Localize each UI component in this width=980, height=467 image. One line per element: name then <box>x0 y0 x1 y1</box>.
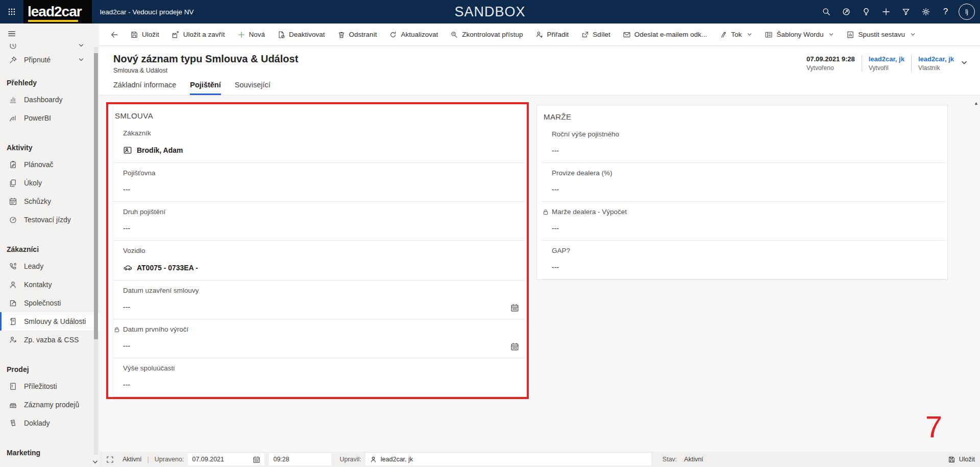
lightbulb-icon[interactable] <box>856 0 876 24</box>
field-marze-dealera-vypocet[interactable]: Marže dealera - Výpočet --- <box>542 202 946 241</box>
flow-button[interactable]: Tok <box>713 24 758 46</box>
run-report-button[interactable]: Spustit sestavu <box>840 24 922 46</box>
meta-owner: lead2car, jk Vlastník <box>918 55 954 72</box>
new-button[interactable]: Nová <box>231 24 272 46</box>
refresh-button[interactable]: Aktualizovat <box>383 24 444 46</box>
chevron-down-icon <box>78 44 84 49</box>
content-scroll-up-icon[interactable]: ▲ <box>974 101 978 106</box>
hamburger-icon[interactable] <box>0 24 100 44</box>
sidebar-scrollbar-thumb[interactable] <box>94 53 98 339</box>
receipt-icon <box>9 419 17 428</box>
field-datum-prvniho-vyroci[interactable]: Datum prvního výročí --- <box>113 319 525 358</box>
meetings-calendar-icon <box>9 197 17 206</box>
sidebar-item-label: Schůzky <box>24 197 51 205</box>
header-chevron-down-icon[interactable] <box>961 59 968 66</box>
delete-button[interactable]: Odstranit <box>331 24 383 46</box>
sidebar-item-powerbi[interactable]: PowerBI <box>0 109 100 127</box>
gear-icon[interactable] <box>916 0 936 24</box>
field-pojistovna[interactable]: Pojišťovna --- <box>113 163 525 202</box>
statusbar-save-button[interactable]: Uložit <box>948 456 975 463</box>
expand-icon[interactable] <box>106 455 114 464</box>
save-and-close-button[interactable]: Uložit a zavřít <box>165 24 231 46</box>
phone-icon <box>9 262 17 271</box>
sidebar-item-pinned[interactable]: Připnuté <box>0 51 100 69</box>
created-by-link[interactable]: lead2car, jk <box>869 55 904 63</box>
deactivate-button[interactable]: Deaktivovat <box>271 24 331 46</box>
command-bar: Uložit Uložit a zavřít Nová Deaktivovat … <box>100 24 980 46</box>
back-arrow-icon[interactable] <box>105 24 124 46</box>
field-provize-dealera[interactable]: Provize dealera (%) --- <box>542 163 946 202</box>
modified-time-input[interactable]: 09:28 <box>269 453 331 465</box>
field-value[interactable]: --- <box>552 147 559 155</box>
tab-zakladni-informace[interactable]: Základní informace <box>113 81 176 95</box>
search-icon[interactable] <box>816 0 836 24</box>
sidebar-item-planovac[interactable]: Plánovač <box>0 155 100 174</box>
email-link-button[interactable]: Odeslat e-mailem odk... <box>617 24 714 46</box>
modified-by-input[interactable]: lead2car, jk <box>365 453 651 465</box>
field-datum-uzavreni[interactable]: Datum uzavření smlouvy --- <box>113 281 525 319</box>
avatar[interactable]: lj <box>959 4 975 20</box>
sidebar-item-dashboardy[interactable]: Dashboardy <box>0 90 100 109</box>
modified-date-input[interactable]: 07.09.2021 <box>188 453 264 465</box>
sidebar-item-label: Úkoly <box>24 179 42 187</box>
sidebar-item-doklady[interactable]: Doklady <box>0 414 100 432</box>
car-icon <box>123 263 132 272</box>
person-feedback-icon <box>9 336 17 344</box>
field-value[interactable]: --- <box>123 342 130 350</box>
waffle-icon[interactable] <box>0 0 23 24</box>
app-logo[interactable]: lead2car <box>23 0 92 24</box>
field-value[interactable]: --- <box>123 224 130 232</box>
tab-souvisejici[interactable]: Související <box>235 81 271 95</box>
field-value[interactable]: --- <box>552 185 559 194</box>
field-vyse-spoluucasti[interactable]: Výše spoluúčasti --- <box>113 358 525 397</box>
calendar-icon[interactable] <box>510 342 519 351</box>
sidebar-item-zp-vazba-css[interactable]: Zp. vazba & CSS <box>0 331 100 349</box>
owner-link[interactable]: lead2car, jk <box>918 55 954 63</box>
sidebar-item-spolecnosti[interactable]: Společnosti <box>0 294 100 312</box>
field-value[interactable]: Brodík, Adam <box>137 146 183 154</box>
form-content: SMLOUVA Zákazník Brodík, Adam Pojišťovna… <box>100 95 980 452</box>
field-value[interactable]: --- <box>552 263 559 271</box>
sidebar-item-zaznamy-prodeju[interactable]: Záznamy prodejů <box>0 395 100 414</box>
plus-icon <box>237 31 246 39</box>
sidebar-item-testovaci-jizdy[interactable]: Testovací jízdy <box>0 211 100 229</box>
compass-icon[interactable] <box>836 0 856 24</box>
created-by-label: Vytvořil <box>869 64 904 72</box>
share-icon <box>581 31 589 39</box>
check-access-button[interactable]: Zkontrolovat přístup <box>444 24 529 46</box>
field-zakaznik[interactable]: Zákazník Brodík, Adam <box>113 123 525 163</box>
field-gap[interactable]: GAP? --- <box>542 241 946 279</box>
calendar-icon[interactable] <box>253 456 260 463</box>
help-icon[interactable]: ? <box>936 0 955 24</box>
field-vozidlo[interactable]: Vozidlo AT0075 - 0733EA - <box>113 241 525 281</box>
field-value[interactable]: --- <box>123 185 130 194</box>
field-value[interactable]: AT0075 - 0733EA - <box>137 264 198 272</box>
sidebar-item-smlouvy-udalosti[interactable]: Smlouvy & Události <box>0 312 100 331</box>
field-value[interactable]: --- <box>552 224 559 232</box>
field-druh-pojisteni[interactable]: Druh pojištění --- <box>113 202 525 241</box>
share-button[interactable]: Sdílet <box>575 24 617 46</box>
sidebar-item-schuzky[interactable]: Schůzky <box>0 192 100 211</box>
save-button[interactable]: Uložit <box>124 24 165 46</box>
sidebar-item-kontakty[interactable]: Kontakty <box>0 275 100 294</box>
calendar-icon[interactable] <box>510 303 519 312</box>
sidebar-item-leady[interactable]: Leady <box>0 257 100 275</box>
field-value[interactable]: --- <box>123 303 130 311</box>
field-rocni-vyse-pojistneho[interactable]: Roční výše pojistného --- <box>542 124 946 163</box>
filter-icon[interactable] <box>896 0 916 24</box>
sidebar-item-prilezitosti[interactable]: Příležitosti <box>0 377 100 395</box>
plus-icon[interactable] <box>876 0 896 24</box>
person-icon <box>9 281 17 289</box>
field-value[interactable]: --- <box>123 381 130 389</box>
word-templates-button[interactable]: Šablony Wordu <box>758 24 840 46</box>
tab-pojisteni[interactable]: Pojištění <box>190 81 220 95</box>
pin-icon <box>9 56 17 64</box>
sidebar-item-label: Smlouvy & Události <box>24 317 86 325</box>
sidebar-item-recent-clipped[interactable] <box>0 44 100 51</box>
email-icon <box>623 31 631 39</box>
flow-icon <box>719 31 727 39</box>
logo-text: lead2car <box>28 5 82 19</box>
sidebar-scroll-down-icon[interactable] <box>92 459 99 465</box>
assign-button[interactable]: Přiřadit <box>529 24 575 46</box>
sidebar-item-ukoly[interactable]: Úkoly <box>0 174 100 192</box>
